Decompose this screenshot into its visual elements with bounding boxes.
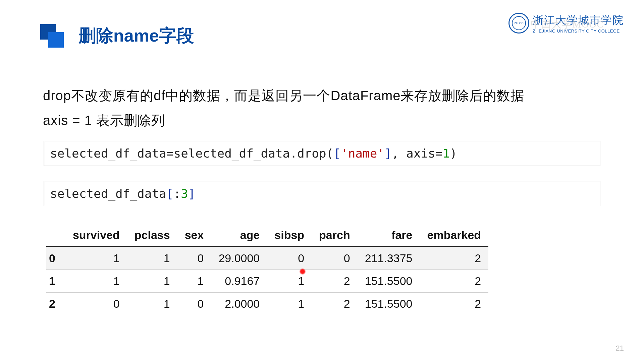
table-row: 11110.916712151.55002 <box>46 270 488 293</box>
th-embarked: embarked <box>420 224 489 247</box>
code2-close: ] <box>188 187 196 200</box>
code2-open: [ <box>166 187 174 200</box>
th-sibsp: sibsp <box>267 224 312 247</box>
cell: 1 <box>65 270 127 293</box>
cell: 2 <box>420 270 489 293</box>
table-header-row: survived pclass sex age sibsp parch fare… <box>46 224 488 247</box>
code-cell-1: selected_df_data=selected_df_data.drop([… <box>44 141 600 166</box>
code1-lbrack: [ <box>333 146 341 160</box>
cell: 2 <box>420 247 489 270</box>
th-parch: parch <box>312 224 358 247</box>
cell: 0 <box>267 247 312 270</box>
table-body: 011029.000000211.3375211110.916712151.55… <box>46 247 488 315</box>
watermark-label: 中国大学MOOC <box>531 18 604 29</box>
cell: 211.3375 <box>358 247 420 270</box>
code1-num: 1 <box>442 146 450 160</box>
cell: 0 <box>177 293 211 315</box>
cell: 0 <box>177 247 211 270</box>
th-survived: survived <box>65 224 127 247</box>
cell: 0 <box>65 293 127 315</box>
code1-close: ) <box>450 146 457 160</box>
th-sex: sex <box>177 224 211 247</box>
cell: 2.0000 <box>211 293 267 315</box>
cell: 1 <box>267 293 312 315</box>
slide-title-block: 删除name字段 <box>40 24 194 48</box>
cell: 2 <box>312 293 358 315</box>
body-text: drop不改变原有的df中的数据，而是返回另一个DataFrame来存放删除后的… <box>43 83 524 133</box>
code1-prefix: selected_df_data=selected_df_data.drop( <box>50 146 333 160</box>
cell: 0.9167 <box>211 270 267 293</box>
body-line-1: drop不改变原有的df中的数据，而是返回另一个DataFrame来存放删除后的… <box>43 83 524 108</box>
cell: 1 <box>127 247 177 270</box>
cell: 0 <box>312 247 358 270</box>
th-age: age <box>211 224 267 247</box>
code2-colon: : <box>173 187 181 200</box>
code2-num: 3 <box>181 187 188 200</box>
dataframe-table: survived pclass sex age sibsp parch fare… <box>46 224 488 315</box>
row-index: 1 <box>46 270 65 293</box>
cell: 1 <box>127 293 177 315</box>
code2-prefix: selected_df_data <box>50 187 166 200</box>
watermark-text: 中国大学MOOC <box>531 17 604 31</box>
row-index: 2 <box>46 293 65 315</box>
title-bullet-icon <box>40 24 64 48</box>
cell: 29.0000 <box>211 247 267 270</box>
page-number: 21 <box>616 344 624 353</box>
th-pclass: pclass <box>127 224 177 247</box>
cell: 1 <box>65 247 127 270</box>
code-cell-2: selected_df_data[:3] <box>44 181 600 206</box>
cell: 2 <box>312 270 358 293</box>
slide-title: 删除name字段 <box>78 24 194 48</box>
cell: 1 <box>177 270 211 293</box>
cell: 1 <box>127 270 177 293</box>
dataframe-output: survived pclass sex age sibsp parch fare… <box>46 224 488 315</box>
cell: 151.5500 <box>358 293 420 315</box>
code1-rbrack: ] <box>384 146 392 160</box>
code1-comma: , axis= <box>392 146 443 160</box>
th-index <box>46 224 65 247</box>
row-index: 0 <box>46 247 65 270</box>
code1-string: 'name' <box>341 146 384 160</box>
seal-text: ZU CC <box>514 22 524 25</box>
table-row: 011029.000000211.33752 <box>46 247 488 270</box>
table-row: 20102.000012151.55002 <box>46 293 488 315</box>
cell: 151.5500 <box>358 270 420 293</box>
seal-icon: ZU CC <box>508 13 529 34</box>
laser-pointer-icon <box>299 268 306 275</box>
cell: 2 <box>420 293 489 315</box>
body-line-2: axis = 1 表示删除列 <box>43 108 524 133</box>
th-fare: fare <box>358 224 420 247</box>
